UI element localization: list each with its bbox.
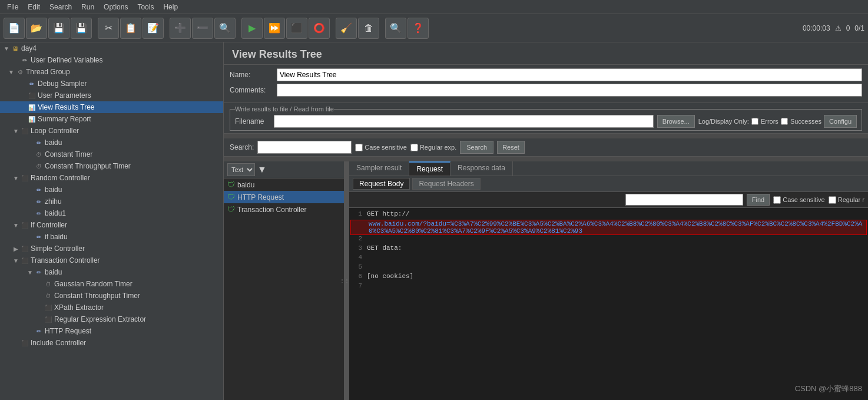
menu-edit[interactable]: Edit — [23, 2, 45, 12]
successes-checkbox[interactable] — [781, 118, 788, 125]
drag-handle[interactable]: ⋮⋮⋮ — [344, 161, 349, 400]
copy-button[interactable]: 📋 — [120, 18, 141, 39]
menu-help[interactable]: Help — [158, 2, 183, 12]
sidebar-item-http-request[interactable]: ▶ ✏ HTTP Request — [0, 325, 223, 337]
sidebar-item-view-results-tree[interactable]: ▶ 📊 View Results Tree — [0, 101, 223, 113]
reset-button[interactable]: Reset — [497, 141, 525, 154]
configure-button[interactable]: Configu — [824, 115, 857, 128]
result-item-transaction-controller[interactable]: 🛡 Transaction Controller — [224, 203, 344, 216]
sidebar-item-thread-group[interactable]: ▼ ⚙ Thread Group — [0, 66, 223, 78]
sidebar-item-random-controller[interactable]: ▼ ⬛ Random Controller — [0, 172, 223, 184]
sidebar-item-baidu1[interactable]: ▶ ✏ baidu1 — [0, 207, 223, 219]
tab-response-data[interactable]: Response data — [450, 161, 513, 176]
panel-title: View Results Tree — [224, 42, 868, 65]
sidebar-item-user-defined-vars[interactable]: ▶ ✏ User Defined Variables — [0, 54, 223, 66]
menu-file[interactable]: File — [2, 2, 23, 12]
comments-input[interactable] — [277, 84, 862, 97]
errors-checkbox[interactable] — [751, 118, 758, 125]
tab-request[interactable]: Request — [409, 161, 450, 176]
code-search-input[interactable] — [625, 194, 743, 206]
name-input[interactable] — [277, 68, 862, 81]
saveas-button[interactable]: 💾 — [71, 18, 92, 39]
menu-tools[interactable]: Tools — [132, 2, 158, 12]
code-case-sensitive-checkbox[interactable] — [773, 196, 781, 204]
btc-icon: ✏ — [34, 267, 44, 277]
save-button[interactable]: 💾 — [48, 18, 69, 39]
sub-tabs-row: Request Body Request Headers — [349, 176, 868, 192]
code-line-4: 4 — [349, 254, 868, 263]
sidebar-item-ctt2[interactable]: ▶ ⏱ Constant Throughput Timer — [0, 290, 223, 302]
sidebar-item-simple-controller[interactable]: ▶ ⬛ Simple Controller — [0, 243, 223, 254]
stop-button[interactable]: ⬛ — [286, 18, 307, 39]
start-button[interactable]: ▶ — [241, 18, 263, 39]
collapse-row-1[interactable] — [224, 134, 868, 138]
open-button[interactable]: 📂 — [26, 18, 47, 39]
tree-toggle-thread-group[interactable]: ▼ — [7, 68, 15, 76]
clear-all-button[interactable]: 🗑 — [358, 18, 379, 39]
menu-run[interactable]: Run — [77, 2, 99, 12]
collapse-row-2[interactable] — [224, 157, 868, 161]
log-display-label: Log/Display Only: — [698, 118, 749, 125]
sidebar-item-if-baidu[interactable]: ▶ ✏ if baidu — [0, 231, 223, 243]
menu-search[interactable]: Search — [45, 2, 77, 12]
sidebar-item-user-params[interactable]: ▶ ⬛ User Parameters — [0, 90, 223, 101]
sidebar-item-baidu-tc[interactable]: ▼ ✏ baidu — [0, 266, 223, 278]
sidebar-item-regex-extractor[interactable]: ▶ ⬛ Regular Expression Extractor — [0, 313, 223, 325]
xe-icon: ⬛ — [44, 303, 53, 312]
sidebar-item-loop-controller[interactable]: ▼ ⬛ Loop Controller — [0, 125, 223, 137]
search-toolbar-button[interactable]: 🔍 — [385, 18, 406, 39]
paste-button[interactable]: 📝 — [143, 18, 164, 39]
browse-button[interactable]: 🔍 — [214, 18, 236, 39]
sidebar-item-transaction-controller[interactable]: ▼ ⬛ Transaction Controller — [0, 254, 223, 266]
remove-button[interactable]: ➖ — [192, 18, 213, 39]
case-sensitive-label: Case sensitive — [355, 144, 407, 151]
clear-button[interactable]: 🧹 — [336, 18, 357, 39]
code-regular-checkbox[interactable] — [829, 196, 836, 204]
sidebar-item-include-controller[interactable]: ▶ ⬛ Include Controller — [0, 337, 223, 349]
line-content-1: GET http:// — [367, 210, 868, 220]
tree-toggle-day4[interactable]: ▼ — [2, 44, 11, 52]
sidebar-item-xpath-extractor[interactable]: ▶ ⬛ XPath Extractor — [0, 302, 223, 313]
result-item-baidu[interactable]: 🛡 baidu — [224, 178, 344, 191]
sidebar-item-constant-throughput-timer[interactable]: ▶ ⏱ Constant Throughput Timer — [0, 160, 223, 172]
line-content-url[interactable]: www.baidu.com/?baidu=%C3%A7%C2%99%C2%BE%… — [369, 220, 866, 234]
dropdown-arrow[interactable]: ▼ — [257, 164, 267, 175]
vrt-icon: 📊 — [27, 103, 37, 112]
find-button[interactable]: Find — [747, 194, 770, 206]
sidebar-item-summary-report[interactable]: ▶ 📊 Summary Report — [0, 113, 223, 125]
sidebar-item-zhihu[interactable]: ▶ ✏ zhihu — [0, 196, 223, 207]
tree-toggle-tc[interactable]: ▼ — [12, 256, 20, 265]
search-button[interactable]: Search — [460, 141, 493, 154]
subtab-request-headers[interactable]: Request Headers — [412, 178, 480, 190]
search-input[interactable] — [257, 141, 352, 154]
sidebar-item-debug-sampler[interactable]: ▶ ✏ Debug Sampler — [0, 78, 223, 90]
case-sensitive-checkbox[interactable] — [355, 144, 363, 151]
menu-options[interactable]: Options — [99, 2, 132, 12]
browse-button[interactable]: Browse... — [657, 115, 695, 128]
sidebar-item-baidu-random[interactable]: ▶ ✏ baidu — [0, 184, 223, 196]
tab-sampler-result[interactable]: Sampler result — [349, 161, 409, 176]
start-no-pause-button[interactable]: ⏩ — [264, 18, 285, 39]
sidebar-item-gaussian-timer[interactable]: ▶ ⏱ Gaussian Random Timer — [0, 278, 223, 290]
tree-toggle-lc[interactable]: ▼ — [12, 127, 20, 135]
tree-toggle-rc[interactable]: ▼ — [12, 174, 20, 182]
regular-exp-checkbox[interactable] — [410, 144, 418, 151]
sidebar-item-constant-timer[interactable]: ▶ ⏱ Constant Timer — [0, 148, 223, 160]
up-icon: ⬛ — [27, 91, 37, 100]
result-item-http-request[interactable]: 🛡 HTTP Request — [224, 191, 344, 203]
sidebar-item-baidu-loop[interactable]: ▶ ✏ baidu — [0, 137, 223, 148]
tree-toggle-ifc[interactable]: ▼ — [12, 221, 20, 229]
tree-toggle-btc[interactable]: ▼ — [26, 268, 34, 276]
add-button[interactable]: ➕ — [170, 18, 191, 39]
sidebar-item-if-controller[interactable]: ▼ ⬛ If Controller — [0, 219, 223, 231]
subtab-request-body[interactable]: Request Body — [353, 178, 410, 190]
filename-input[interactable] — [274, 115, 654, 128]
sidebar-item-day4[interactable]: ▼ 🖥 day4 — [0, 42, 223, 54]
text-dropdown[interactable]: Text — [227, 163, 255, 176]
cut-button[interactable]: ✂ — [98, 18, 119, 39]
tree-toggle-sc[interactable]: ▶ — [12, 244, 20, 253]
new-button[interactable]: 📄 — [4, 18, 25, 39]
shutdown-button[interactable]: ⭕ — [309, 18, 330, 39]
sc-icon: ⬛ — [20, 244, 29, 253]
help-button[interactable]: ❓ — [408, 18, 429, 39]
